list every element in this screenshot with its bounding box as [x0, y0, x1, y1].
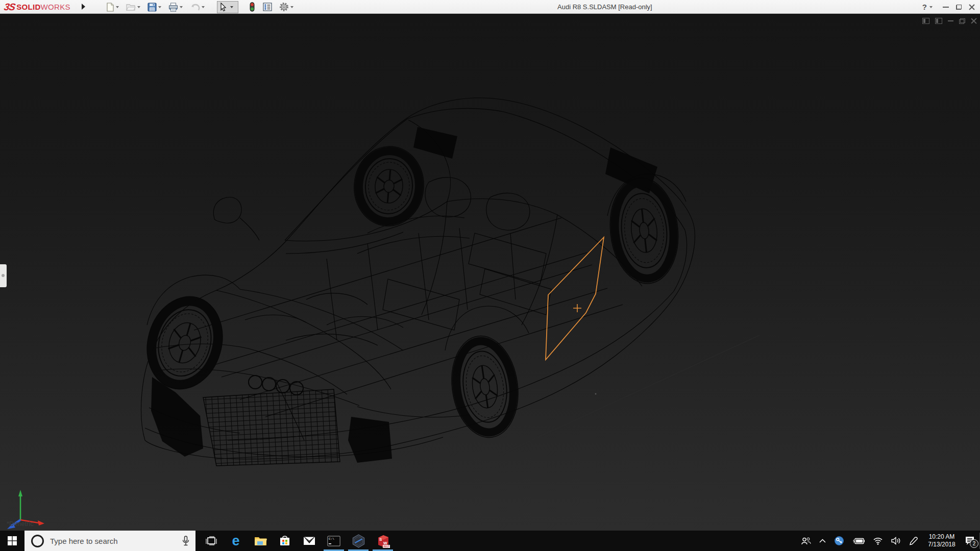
taskbar: e C: — [0, 531, 980, 551]
file-explorer-button[interactable] — [248, 531, 273, 551]
file-explorer-icon — [254, 536, 267, 546]
taskbar-search[interactable] — [24, 531, 195, 551]
clock-date: 7/13/2018 — [925, 541, 959, 548]
select-button[interactable] — [217, 1, 238, 13]
wireframe-model-audi-r8[interactable] — [0, 14, 980, 531]
taskbar-clock[interactable]: 10:20 AM 7/13/2018 — [925, 533, 959, 548]
svg-text:2017: 2017 — [383, 545, 389, 548]
save-button[interactable] — [146, 1, 165, 13]
wheel-front-right — [446, 332, 525, 442]
file-properties-icon — [263, 3, 272, 11]
selected-face-highlight[interactable] — [546, 237, 604, 360]
graphics-area[interactable]: *Dimetric — [0, 14, 980, 531]
standard-toolbar — [105, 0, 300, 14]
close-icon — [969, 4, 975, 10]
task-view-button[interactable] — [199, 531, 224, 551]
save-dropdown-caret[interactable] — [158, 6, 161, 8]
save-floppy-icon — [148, 3, 157, 12]
pen-icon — [909, 537, 918, 545]
show-feature-pane-button[interactable] — [922, 18, 929, 24]
new-dropdown-caret[interactable] — [116, 6, 119, 8]
start-button[interactable] — [0, 531, 24, 551]
open-button[interactable] — [125, 1, 144, 13]
clock-time: 10:20 AM — [925, 533, 959, 541]
options-button[interactable] — [278, 1, 298, 13]
help-button[interactable]: ? — [922, 3, 927, 11]
window-controls: ? — [922, 0, 978, 14]
select-cursor-icon — [219, 3, 227, 12]
task-view-icon — [206, 536, 217, 545]
doc-minimize-icon — [948, 20, 953, 21]
options-gear-icon — [279, 2, 289, 12]
restore-icon — [956, 5, 962, 10]
edge-button[interactable]: e — [224, 531, 248, 551]
help-dropdown-caret[interactable] — [929, 6, 933, 8]
rebuild-button[interactable] — [249, 1, 256, 13]
command-prompt-button[interactable]: C:\ — [322, 531, 346, 551]
windows-logo-icon — [8, 536, 17, 545]
notification-badge: 2 — [970, 539, 978, 548]
file-properties-button[interactable] — [262, 1, 273, 13]
pane-left-icon — [922, 18, 929, 24]
solidworks-app-button[interactable]: S W 2017 — [371, 531, 395, 551]
flyout-tab-dot — [2, 274, 5, 277]
open-dropdown-caret[interactable] — [137, 6, 140, 8]
undo-dropdown-caret[interactable] — [202, 6, 205, 8]
print-dropdown-caret[interactable] — [180, 6, 183, 8]
rebuild-traffic-light-icon — [250, 2, 255, 12]
brand-text-light: WORKS — [41, 3, 70, 11]
print-icon — [168, 3, 178, 12]
doc-restore-button[interactable] — [959, 18, 965, 24]
minimize-icon — [943, 7, 949, 8]
battery-charging-icon — [852, 538, 865, 544]
microphone-icon[interactable] — [182, 536, 189, 546]
menu-expand-icon[interactable] — [82, 4, 85, 10]
volume-button[interactable] — [891, 537, 901, 545]
solidworks-logo[interactable]: 3S SOLID WORKS — [4, 0, 70, 14]
document-window-controls — [917, 18, 977, 24]
window-title: Audi R8 S.SLDASM [Read-only] — [557, 0, 652, 14]
mail-icon — [303, 536, 315, 545]
solidworks-app-icon: S W 2017 — [376, 534, 390, 548]
cortana-icon — [31, 535, 44, 547]
doc-close-button[interactable] — [971, 18, 977, 24]
front-grille-mesh — [200, 388, 344, 468]
hexagon-app-button[interactable] — [346, 531, 371, 551]
feature-tree-flyout-tab[interactable] — [0, 264, 7, 287]
show-display-pane-button[interactable] — [935, 18, 942, 24]
people-button[interactable] — [801, 537, 811, 545]
print-button[interactable] — [167, 1, 187, 13]
undo-button[interactable] — [189, 2, 209, 13]
pane-right-icon — [935, 18, 942, 24]
options-dropdown-caret[interactable] — [290, 6, 293, 8]
people-icon — [801, 537, 811, 545]
close-button[interactable] — [969, 4, 975, 10]
titlebar: 3S SOLID WORKS — [0, 0, 980, 14]
battery-button[interactable] — [852, 538, 865, 544]
restore-button[interactable] — [956, 5, 962, 10]
key-utility-button[interactable] — [834, 536, 844, 546]
speaker-icon — [891, 537, 901, 545]
minimize-button[interactable] — [943, 7, 949, 8]
mail-button[interactable] — [297, 531, 322, 551]
select-dropdown-caret[interactable] — [230, 6, 233, 8]
action-center-button[interactable]: 2 — [965, 536, 975, 545]
view-orientation-label: *Dimetric — [7, 520, 34, 528]
new-document-button[interactable] — [105, 1, 123, 13]
new-document-icon — [106, 3, 114, 12]
svg-text:C:\: C:\ — [329, 537, 334, 541]
wheel-rear-right — [605, 174, 683, 287]
store-icon — [279, 535, 290, 546]
doc-close-icon — [971, 18, 977, 24]
doc-minimize-button[interactable] — [948, 20, 953, 21]
windows-ink-button[interactable] — [909, 537, 918, 545]
microsoft-store-button[interactable] — [273, 531, 297, 551]
edge-icon: e — [232, 534, 239, 548]
hidden-icons-button[interactable] — [819, 539, 826, 543]
wifi-icon — [873, 537, 883, 545]
network-button[interactable] — [873, 537, 883, 545]
undo-icon — [190, 3, 200, 11]
brand-text-bold: SOLID — [16, 3, 40, 11]
search-input[interactable] — [49, 536, 176, 546]
hexagon-app-icon — [352, 534, 365, 548]
